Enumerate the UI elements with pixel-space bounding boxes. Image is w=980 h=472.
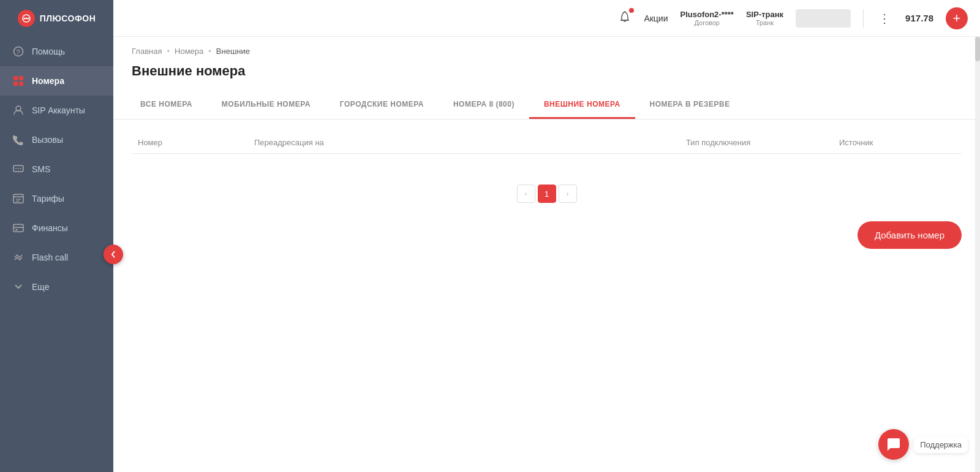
- notification-badge: [629, 8, 634, 13]
- add-number-button[interactable]: Добавить номер: [858, 221, 962, 249]
- svg-rect-8: [19, 76, 23, 80]
- sms-icon: [12, 163, 24, 175]
- tab-external-numbers[interactable]: ВНЕШНИЕ НОМЕРА: [529, 91, 635, 119]
- breadcrumb-sep2: •: [208, 47, 211, 56]
- akcii-link[interactable]: Акции: [644, 13, 668, 23]
- col-header-number: Номер: [132, 138, 254, 147]
- numbers-icon: [12, 75, 24, 87]
- breadcrumb: Главная • Номера • Внешние: [113, 37, 980, 61]
- svg-point-14: [18, 168, 19, 169]
- trunk-label: Транк: [756, 19, 774, 26]
- table-area: Номер Переадресация на Тип подключения И…: [113, 120, 980, 166]
- tab-800-numbers[interactable]: НОМЕРА 8 (800): [439, 91, 529, 119]
- header-divider: [863, 9, 864, 28]
- contract-label: Договор: [694, 19, 720, 26]
- sidebar-label-tariffs: Тарифы: [32, 194, 64, 204]
- tab-all-numbers[interactable]: ВСЕ НОМЕРА: [126, 91, 207, 119]
- sidebar-collapse-button[interactable]: [104, 245, 123, 264]
- svg-rect-7: [13, 76, 18, 80]
- balance-display: 917.78: [905, 13, 933, 23]
- sidebar-label-calls: Вызовы: [32, 135, 63, 145]
- breadcrumb-sep1: •: [167, 47, 170, 56]
- col-header-source: Источник: [839, 138, 962, 147]
- pagination-next[interactable]: ›: [559, 185, 577, 203]
- trunk-name: SIP-транк: [746, 10, 783, 19]
- scrollbar-thumb: [975, 37, 980, 61]
- svg-rect-16: [13, 194, 23, 203]
- sidebar-item-more[interactable]: Еще: [0, 272, 113, 302]
- logo-text: ПЛЮСОФОН: [40, 13, 96, 23]
- page-title: Внешние номера: [113, 61, 980, 91]
- pagination-prev[interactable]: ‹: [517, 185, 535, 203]
- pagination-page-1[interactable]: 1: [538, 185, 556, 203]
- sip-icon: [12, 104, 24, 116]
- add-button[interactable]: +: [946, 7, 968, 29]
- svg-rect-9: [13, 82, 18, 86]
- calls-icon: [12, 134, 24, 146]
- svg-point-13: [15, 168, 17, 169]
- sidebar-label-nomera: Номера: [32, 76, 64, 86]
- sidebar-label-pomosh: Помощь: [32, 47, 65, 56]
- support-label: Поддержка: [914, 436, 968, 453]
- sidebar: ? Помощь Номера: [0, 37, 113, 472]
- more-icon: [12, 281, 24, 293]
- sidebar-item-finance[interactable]: Финансы: [0, 213, 113, 243]
- sidebar-label-finance: Финансы: [32, 223, 68, 233]
- svg-point-2: [25, 18, 27, 20]
- sidebar-label-more: Еще: [32, 282, 50, 292]
- trunk-info: SIP-транк Транк: [746, 10, 783, 26]
- help-icon: ?: [12, 45, 24, 58]
- header-right: Акции Plusofon2-**** Договор SIP-транк Т…: [618, 7, 968, 29]
- sidebar-label-sip: SIP Аккаунты: [32, 105, 85, 115]
- tabs-container: ВСЕ НОМЕРА МОБИЛЬНЫЕ НОМЕРА ГОРОДСКИЕ НО…: [113, 91, 980, 120]
- sidebar-item-pomosh[interactable]: ? Помощь: [0, 37, 113, 66]
- notification-button[interactable]: [618, 10, 631, 26]
- sidebar-item-tariffs[interactable]: Тарифы: [0, 184, 113, 213]
- app-logo: ПЛЮСОФОН: [0, 0, 113, 37]
- user-avatar: [796, 9, 851, 28]
- contract-info: Plusofon2-**** Договор: [680, 10, 734, 26]
- main-content: Главная • Номера • Внешние Внешние номер…: [113, 37, 980, 472]
- svg-rect-22: [15, 229, 18, 230]
- svg-point-1: [23, 18, 25, 20]
- main-layout: ? Помощь Номера: [0, 37, 980, 472]
- add-number-area: Добавить номер: [113, 221, 980, 261]
- table-header: Номер Переадресация на Тип подключения И…: [132, 132, 962, 154]
- col-header-redirect: Переадресация на: [254, 138, 686, 147]
- finance-icon: [12, 222, 24, 234]
- logo-icon: [18, 10, 35, 27]
- svg-rect-10: [19, 82, 23, 86]
- sidebar-label-flashcall: Flash call: [32, 253, 68, 262]
- support-chat-button[interactable]: [878, 429, 909, 460]
- sidebar-item-calls[interactable]: Вызовы: [0, 125, 113, 154]
- sidebar-item-sip[interactable]: SIP Аккаунты: [0, 96, 113, 125]
- breadcrumb-current: Внешние: [216, 47, 250, 56]
- breadcrumb-home[interactable]: Главная: [132, 47, 162, 56]
- tariffs-icon: [12, 192, 24, 205]
- breadcrumb-numbers[interactable]: Номера: [175, 47, 203, 56]
- sidebar-label-sms: SMS: [32, 164, 50, 174]
- sidebar-item-nomera[interactable]: Номера: [0, 66, 113, 96]
- more-menu-button[interactable]: ⋮: [876, 9, 893, 28]
- tab-reserve-numbers[interactable]: НОМЕРА В РЕЗЕРВЕ: [635, 91, 745, 119]
- svg-rect-20: [13, 224, 23, 232]
- tab-mobile-numbers[interactable]: МОБИЛЬНЫЕ НОМЕРА: [207, 91, 325, 119]
- svg-point-15: [20, 168, 21, 169]
- col-header-type: Тип подключения: [686, 138, 839, 147]
- svg-point-3: [27, 18, 29, 20]
- tab-city-numbers[interactable]: ГОРОДСКИЕ НОМЕРА: [325, 91, 439, 119]
- pagination: ‹ 1 ›: [113, 166, 980, 221]
- sidebar-item-flashcall[interactable]: Flash call: [0, 243, 113, 272]
- sidebar-item-sms[interactable]: SMS: [0, 154, 113, 184]
- contract-name: Plusofon2-****: [680, 10, 734, 19]
- scrollbar: [975, 37, 980, 472]
- support-chat: Поддержка: [878, 429, 968, 460]
- svg-text:?: ?: [17, 48, 20, 56]
- flashcall-icon: [12, 251, 24, 264]
